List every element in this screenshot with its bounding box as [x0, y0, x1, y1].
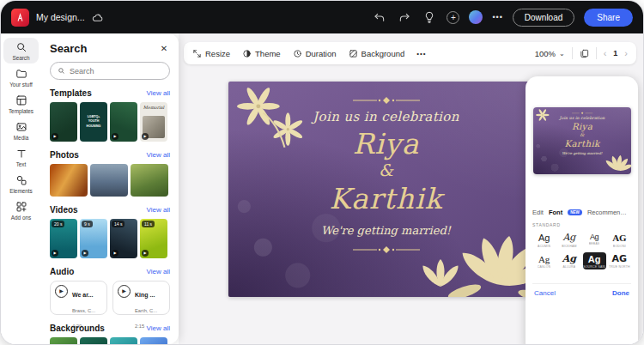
photo-thumbnail[interactable] [131, 164, 168, 197]
close-panel-button[interactable]: ✕ [158, 44, 170, 53]
adobe-express-logo[interactable] [11, 9, 29, 27]
template-caption: Memorial [140, 102, 167, 110]
done-button[interactable]: Done [612, 289, 629, 297]
play-icon: ▶ [53, 251, 56, 255]
audio-section: Audio View all ▶ We ar... Brass, C... 4:… [50, 267, 170, 315]
sidebar-item-add-ons[interactable]: Add ons [3, 197, 39, 223]
video-thumbnail[interactable]: 9 s ▶ [80, 219, 107, 258]
font-option[interactable]: AG TRUE NORTH [608, 252, 631, 270]
font-option[interactable]: AG BODONI [608, 231, 631, 249]
cancel-button[interactable]: Cancel [534, 289, 556, 297]
background-thumbnail[interactable] [140, 337, 167, 344]
background-thumbnail[interactable] [80, 337, 107, 344]
profile-avatar[interactable] [469, 10, 483, 24]
photos-section-title: Photos [50, 150, 79, 160]
templates-section-title: Templates [50, 88, 92, 98]
redo-button[interactable] [397, 9, 412, 25]
mobile-preview-panel: Join us in celebration Riya & Karthik We… [526, 76, 638, 345]
backgrounds-section-title: Backgrounds [50, 324, 105, 333]
video-duration-badge: 20 s [52, 221, 64, 227]
audio-view-all-link[interactable]: View all [147, 268, 170, 275]
more-options-icon: ••• [492, 13, 502, 21]
tab-edit[interactable]: Edit [532, 209, 544, 216]
sidebar-item-elements[interactable]: Elements [3, 171, 39, 197]
undo-button[interactable] [372, 9, 387, 25]
photo-thumbnail[interactable] [50, 164, 88, 197]
download-button[interactable]: Download [513, 9, 574, 27]
videos-view-all-link[interactable]: View all [147, 206, 170, 214]
search-input[interactable] [70, 67, 162, 76]
resize-icon [192, 49, 202, 58]
photos-view-all-link[interactable]: View all [147, 151, 170, 159]
standard-fonts-label: STANDARD [532, 222, 631, 227]
sidebar-item-your-stuff[interactable]: Your stuff [3, 64, 39, 90]
background-button[interactable]: Background [349, 49, 405, 58]
audio-item[interactable]: ▶ King ... Earth, C... 2:15 [112, 281, 170, 315]
play-icon: ▶ [113, 251, 116, 255]
canvas-toolbar: Resize Theme Duration Background [184, 42, 636, 64]
card-name-karthik[interactable]: Karthik [329, 184, 442, 215]
video-duration-badge: 11 s [142, 221, 155, 227]
card-ampersand[interactable]: & [379, 160, 393, 179]
topbar-more-options-button[interactable]: ••• [492, 13, 502, 21]
audio-item[interactable]: ▶ We ar... Brass, C... 4:20 [50, 281, 107, 315]
templates-view-all-link[interactable]: View all [147, 89, 170, 97]
template-thumbnail[interactable]: Memorial ▶ [140, 102, 167, 142]
play-icon: ▶ [53, 134, 56, 138]
video-thumbnail[interactable]: 14 s ▶ [110, 219, 137, 258]
duration-button[interactable]: Duration [293, 49, 337, 58]
template-thumbnail[interactable]: ▶ [110, 102, 137, 142]
sidebar-item-media[interactable]: Media [3, 118, 39, 143]
card-name-riya[interactable]: Riya [353, 129, 420, 160]
card-outro-text[interactable]: We're getting married! [321, 224, 451, 237]
font-option-selected[interactable]: Ag SOURCE SANS [583, 252, 606, 270]
video-thumbnail[interactable]: 20 s ▶ [50, 219, 77, 258]
sidebar-item-text[interactable]: Text [3, 144, 39, 170]
video-duration-badge: 9 s [82, 221, 93, 227]
theme-button[interactable]: Theme [242, 49, 281, 58]
video-thumbnail[interactable]: 11 s ▶ [140, 219, 167, 258]
card-intro-text: Join us in celebration [559, 116, 605, 121]
previous-page-button[interactable]: ‹ [604, 49, 607, 58]
page-indicator: 1 [613, 49, 617, 58]
invite-collaborators-button[interactable]: + [447, 11, 459, 24]
design-card[interactable]: Join us in celebration Riya & Karthik We… [228, 82, 544, 297]
search-input-wrapper [50, 62, 170, 80]
suggestions-button[interactable] [422, 9, 437, 25]
resize-button[interactable]: Resize [192, 49, 230, 58]
toolbar-more-options-button[interactable]: ••• [416, 50, 426, 58]
theme-icon [242, 49, 252, 58]
template-thumbnail[interactable]: ▶ [50, 102, 77, 142]
font-option[interactable]: Ag ACUMIN [532, 231, 556, 249]
audio-play-button[interactable]: ▶ [118, 285, 131, 298]
font-option[interactable]: Ag CASLON [532, 252, 556, 270]
backgrounds-section: Backgrounds View all [50, 324, 170, 344]
sidebar-item-search[interactable]: Search [3, 38, 39, 64]
font-option[interactable]: Ag BICKHAM [557, 231, 580, 249]
divider [572, 47, 573, 59]
tab-recommendations[interactable]: Recommendations [587, 209, 627, 216]
lightbulb-icon [424, 11, 434, 23]
pages-panel-button[interactable] [580, 49, 589, 58]
font-grid: Ag ACUMIN Ag BICKHAM Ag BEBAS AG BODONI … [532, 231, 631, 269]
background-thumbnail[interactable] [110, 337, 137, 344]
card-outro-text: We're getting married! [562, 152, 602, 156]
tab-font[interactable]: Font [549, 209, 562, 216]
backgrounds-view-all-link[interactable]: View all [147, 324, 170, 332]
template-thumbnail[interactable]: LGBTQ+ YOUTH HOUSING [80, 102, 107, 142]
font-option[interactable]: Ag BEBAS [583, 231, 606, 249]
document-title[interactable]: My design... [36, 12, 85, 22]
topbar: My design... + [1, 1, 643, 33]
card-intro-text[interactable]: Join us in celebration [313, 109, 459, 124]
font-option[interactable]: Ag ALLURA [557, 252, 580, 270]
next-page-button[interactable]: › [624, 49, 628, 58]
play-icon: ▶ [143, 251, 146, 255]
share-button[interactable]: Share [584, 9, 633, 27]
zoom-control[interactable]: 100% ⌄ [535, 49, 565, 58]
card-name-riya: Riya [571, 122, 592, 131]
sidebar-item-templates[interactable]: Templates [3, 91, 39, 117]
background-thumbnail[interactable] [50, 337, 77, 344]
audio-play-button[interactable]: ▶ [55, 285, 68, 298]
photo-thumbnail[interactable] [90, 164, 128, 197]
play-icon: ▶ [122, 288, 126, 294]
